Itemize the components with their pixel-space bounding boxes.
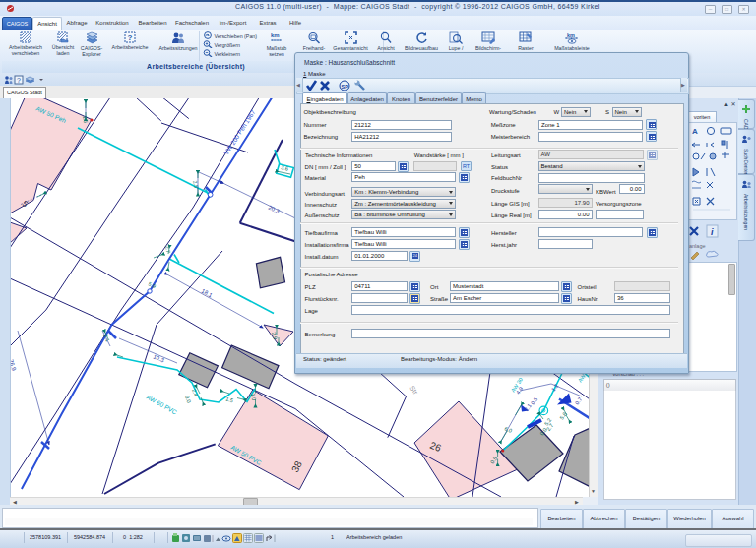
svg-text:2.1: 2.1 — [102, 334, 111, 342]
svg-text:A: A — [692, 127, 698, 136]
svg-text:20.3: 20.3 — [268, 205, 282, 215]
svg-text:AW 60 PVC: AW 60 PVC — [146, 394, 179, 416]
svg-text:0.7: 0.7 — [574, 396, 583, 406]
svg-text:3.6: 3.6 — [281, 164, 289, 171]
svg-text:10.3: 10.3 — [153, 353, 166, 363]
svg-text:2.5: 2.5 — [192, 180, 199, 189]
svg-text:SP: SP — [342, 84, 349, 90]
svg-text:18.1: 18.1 — [201, 288, 215, 299]
svg-text:5.8: 5.8 — [558, 411, 567, 421]
svg-text:0.5: 0.5 — [530, 396, 538, 406]
svg-text:2.7: 2.7 — [164, 245, 171, 254]
svg-text:km: km — [567, 32, 575, 38]
svg-text:?: ? — [128, 33, 133, 42]
svg-text:2.9: 2.9 — [271, 332, 279, 340]
svg-text:1.5: 1.5 — [225, 396, 234, 403]
svg-text:76.9: 76.9 — [10, 359, 17, 373]
svg-text:km: km — [271, 32, 280, 38]
svg-text:?: ? — [17, 77, 21, 84]
svg-text:6.0: 6.0 — [504, 425, 513, 434]
svg-text:Str: Str — [409, 385, 419, 396]
svg-text:3.0: 3.0 — [184, 395, 192, 403]
